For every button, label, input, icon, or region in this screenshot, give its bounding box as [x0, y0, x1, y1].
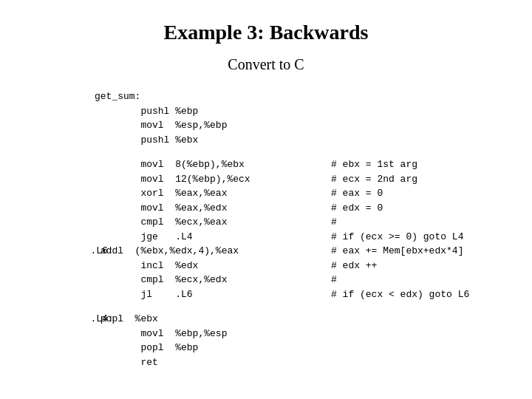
get-sum-label-text: get_sum:	[95, 89, 140, 104]
code-area: get_sum: pushl %ebp movl %esp,%ebp pushl…	[22, 89, 510, 380]
line-movl-12: movl 12(%ebp),%ecx # ecx = 2nd arg	[44, 172, 510, 187]
line-cmpl-ecx: cmpl %ecx,%eax #	[44, 215, 510, 230]
line-ret: ret	[44, 355, 510, 370]
l4-section: .L4: popl %ebx movl %ebp,%esp popl %ebp …	[44, 312, 510, 369]
page: Example 3: Backwards Convert to C get_su…	[0, 0, 532, 399]
line-addl: .L6: addl (%ebx,%edx,4),%eax # eax += Me…	[44, 244, 510, 259]
code-line-movl-esp: movl %esp,%ebp	[44, 118, 510, 133]
l6-label: .L6:	[44, 244, 89, 259]
line-popl-ebp: popl %ebp	[44, 341, 510, 355]
line-jl: jl .L6 # if (ecx < edx) goto L6	[44, 287, 510, 302]
line-movl-8: movl 8(%ebp),%ebx # ebx = 1st arg	[44, 157, 510, 172]
subtitle: Convert to C	[228, 56, 304, 73]
code-line-pushl-ebx: pushl %ebx	[44, 133, 510, 148]
loop-section: movl 8(%ebp),%ebx # ebx = 1st arg movl 1…	[44, 157, 510, 301]
get-sum-label-line: get_sum:	[44, 89, 510, 104]
get-sum-section: get_sum: pushl %ebp movl %esp,%ebp pushl…	[44, 89, 510, 147]
line-incl: incl %edx # edx ++	[44, 259, 510, 273]
line-movl-edx: movl %eax,%edx # edx = 0	[44, 201, 510, 216]
line-jge: jge .L4 # if (ecx >= 0) goto L4	[44, 230, 510, 245]
l4-label-line: .L4: popl %ebx	[44, 312, 510, 327]
code-line-pushl-ebp: pushl %ebp	[44, 104, 510, 119]
page-title: Example 3: Backwards	[164, 21, 369, 44]
line-movl-ebp-esp: movl %ebp,%esp	[44, 327, 510, 341]
line-xorl: xorl %eax,%eax # eax = 0	[44, 186, 510, 201]
line-cmpl-edx: cmpl %ecx,%edx #	[44, 273, 510, 287]
